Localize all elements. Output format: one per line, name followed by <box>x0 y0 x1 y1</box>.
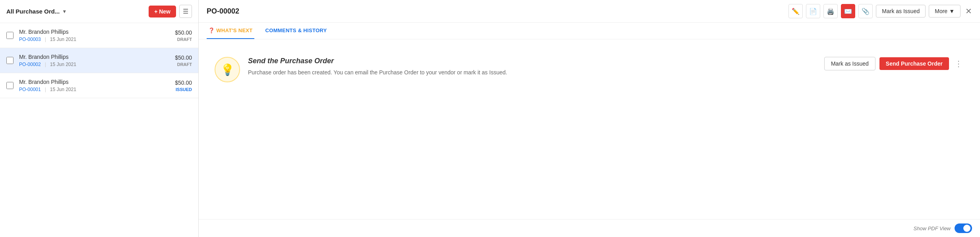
send-purchase-order-button[interactable]: Send Purchase Order <box>879 57 949 70</box>
attachment-icon: 📎 <box>862 8 870 15</box>
list-item-po-link[interactable]: PO-00002 <box>19 62 41 67</box>
pdf-icon: 📄 <box>809 8 817 15</box>
right-footer: Show PDF View <box>199 219 980 237</box>
toggle-slider <box>955 223 972 233</box>
mark-as-issued-header-button[interactable]: Mark as Issued <box>876 5 926 17</box>
print-button[interactable]: 🖨️ <box>823 4 838 18</box>
list-item-amount: $50.00 <box>175 80 192 86</box>
all-purchase-orders-dropdown[interactable]: All Purchase Ord... ▼ <box>6 8 67 15</box>
list-item-divider: | <box>45 87 46 92</box>
list-item-status: DRAFT <box>177 62 192 67</box>
tab-comments-history[interactable]: COMMENTS & HISTORY <box>264 23 329 39</box>
question-bulb-icon: 💡 <box>221 63 234 76</box>
show-pdf-toggle[interactable] <box>955 223 972 233</box>
tab-comments-label: COMMENTS & HISTORY <box>265 27 327 33</box>
header-actions: ✏️ 📄 🖨️ ✉️ 📎 Mark as Issued More ▼ ✕ <box>788 4 972 18</box>
new-button[interactable]: + New <box>149 6 176 17</box>
left-header: All Purchase Ord... ▼ + New ☰ <box>0 0 198 23</box>
left-header-actions: + New ☰ <box>149 5 192 18</box>
list-item-po-link[interactable]: PO-00003 <box>19 37 41 42</box>
tab-whats-next-label: WHAT'S NEXT <box>216 27 252 33</box>
pencil-icon: ✏️ <box>792 8 800 15</box>
list-item-status: DRAFT <box>177 37 192 42</box>
list-item-right: $50.00 ISSUED <box>168 80 192 92</box>
list-item-right: $50.00 DRAFT <box>168 29 192 42</box>
edit-button[interactable]: ✏️ <box>788 4 803 18</box>
list-item-checkbox[interactable] <box>6 32 14 39</box>
more-label: More <box>935 8 947 14</box>
list-item-name: Mr. Brandon Phillips <box>19 79 168 85</box>
chevron-down-icon: ▼ <box>949 8 955 14</box>
main-content: 💡 Send the Purchase Order Purchase order… <box>199 39 980 219</box>
list-item-amount: $50.00 <box>175 29 192 36</box>
list-item-date: 15 Jun 2021 <box>50 62 76 67</box>
card-more-options-button[interactable]: ⋮ <box>953 57 964 70</box>
list-item-name: Mr. Brandon Phillips <box>19 54 168 60</box>
card-body: Send the Purchase Order Purchase order h… <box>248 57 816 77</box>
what-next-card: 💡 Send the Purchase Order Purchase order… <box>207 49 972 90</box>
mark-as-issued-card-button[interactable]: Mark as Issued <box>824 57 875 70</box>
list-item-content: Mr. Brandon Phillips PO-00001 | 15 Jun 2… <box>19 79 168 92</box>
list-item-meta: PO-00002 | 15 Jun 2021 <box>19 62 168 67</box>
more-button[interactable]: More ▼ <box>929 5 961 17</box>
card-icon-wrap: 💡 <box>215 57 240 82</box>
po-title: PO-00002 <box>207 7 784 16</box>
card-actions: Mark as Issued Send Purchase Order ⋮ <box>824 57 964 70</box>
card-description: Purchase order has been created. You can… <box>248 68 816 77</box>
right-panel: PO-00002 ✏️ 📄 🖨️ ✉️ 📎 Mark as Issued Mor… <box>199 0 980 237</box>
list-item-content: Mr. Brandon Phillips PO-00003 | 15 Jun 2… <box>19 29 168 42</box>
list-item-checkbox[interactable] <box>6 82 14 89</box>
list-item-divider: | <box>45 37 46 42</box>
card-title: Send the Purchase Order <box>248 57 816 65</box>
attachment-button[interactable]: 📎 <box>858 4 873 18</box>
list-item-checkbox[interactable] <box>6 57 14 64</box>
question-icon: ❓ <box>208 27 216 33</box>
list-item-right: $50.00 DRAFT <box>168 54 192 67</box>
list-item-status: ISSUED <box>176 87 192 92</box>
show-pdf-label: Show PDF View <box>914 225 951 231</box>
list-item[interactable]: Mr. Brandon Phillips PO-00003 | 15 Jun 2… <box>0 23 198 48</box>
list-item-date: 15 Jun 2021 <box>50 87 76 92</box>
chevron-down-icon: ▼ <box>62 9 67 14</box>
list-item-name: Mr. Brandon Phillips <box>19 29 168 35</box>
ellipsis-icon: ⋮ <box>955 59 963 68</box>
right-header: PO-00002 ✏️ 📄 🖨️ ✉️ 📎 Mark as Issued Mor… <box>199 0 980 23</box>
list-item-meta: PO-00003 | 15 Jun 2021 <box>19 37 168 42</box>
list-item-amount: $50.00 <box>175 54 192 61</box>
all-purchase-orders-label: All Purchase Ord... <box>6 8 60 15</box>
list-item-po-link[interactable]: PO-00001 <box>19 87 41 92</box>
pdf-button[interactable]: 📄 <box>806 4 820 18</box>
hamburger-button[interactable]: ☰ <box>179 5 192 18</box>
print-icon: 🖨️ <box>827 8 835 15</box>
list-item[interactable]: Mr. Brandon Phillips PO-00002 | 15 Jun 2… <box>0 48 198 73</box>
list-item[interactable]: Mr. Brandon Phillips PO-00001 | 15 Jun 2… <box>0 73 198 98</box>
email-button[interactable]: ✉️ <box>841 4 855 18</box>
list-item-meta: PO-00001 | 15 Jun 2021 <box>19 87 168 92</box>
close-button[interactable]: ✕ <box>965 6 972 16</box>
left-panel: All Purchase Ord... ▼ + New ☰ Mr. Brando… <box>0 0 199 237</box>
email-icon: ✉️ <box>844 8 852 15</box>
list-item-content: Mr. Brandon Phillips PO-00002 | 15 Jun 2… <box>19 54 168 67</box>
list-item-divider: | <box>45 62 46 67</box>
list-item-date: 15 Jun 2021 <box>50 37 76 42</box>
tab-whats-next[interactable]: ❓ WHAT'S NEXT <box>207 23 254 39</box>
tabs: ❓ WHAT'S NEXT COMMENTS & HISTORY <box>199 23 980 39</box>
